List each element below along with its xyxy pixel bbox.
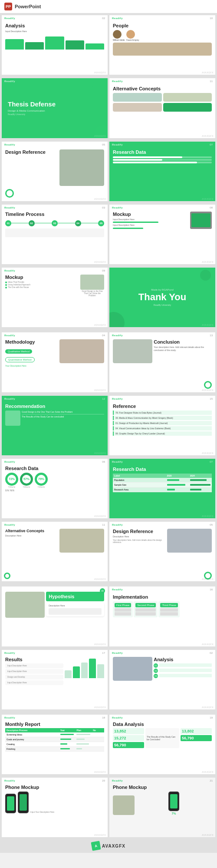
slide-brand-17: Readify	[4, 523, 15, 526]
step-3: 03	[52, 220, 58, 226]
mr-r2-c2	[59, 737, 76, 742]
slide-monthly-report: Readify 18 Monthly Report Description Pr…	[2, 715, 108, 774]
mr-r1-c3	[75, 732, 92, 737]
footer-watermark-bar: A AVAXGFX	[0, 839, 217, 853]
donut-row: 72% Category 57% Category 79% Category	[5, 473, 104, 488]
powerpoint-icon: PP	[4, 3, 12, 10]
slide-brand-22: Readify	[112, 652, 123, 654]
da-stat-4: 13,802	[181, 728, 212, 734]
slide-num-26: 21	[210, 779, 213, 782]
rb-1	[65, 670, 72, 678]
donut-label-1: Category	[5, 486, 18, 488]
num-3: 03	[154, 674, 158, 678]
result-item-1: Input Description Here	[5, 663, 63, 668]
bullet-2	[5, 284, 7, 286]
result-item-3: Design and Develop	[5, 675, 63, 679]
slide-num-11: 04	[102, 334, 105, 337]
point-3: The One with the House	[5, 286, 79, 288]
slide-brand-7: Readify	[4, 206, 15, 209]
slide-num-5: 05	[102, 143, 105, 146]
design-ref-img	[59, 149, 104, 186]
mr-r3-c4	[92, 742, 104, 746]
slide-row-4: Readify 03 Timeline Process 01 02 03 04 …	[0, 203, 217, 266]
results-content: Results Input Description Here Input Des…	[5, 657, 104, 686]
bullet-3	[5, 287, 7, 288]
slide-num-17: 11	[102, 523, 105, 526]
slide-methodology: Readify 04 Methodology Qualitative Metho…	[2, 332, 108, 392]
deco-circle-2	[92, 80, 101, 89]
mr-th-3: Plan	[75, 728, 92, 732]
impl-col-2: Second Phase	[134, 601, 158, 617]
mr-th-4: No	[92, 728, 104, 732]
conclusion-img	[113, 339, 152, 363]
slide-title-mr: Monthly Report	[5, 722, 104, 727]
slide-num-13: 12	[102, 398, 105, 400]
slide-data-analysis: Readify 19 Data Analysis 13,852 15,272 5…	[109, 715, 215, 774]
slide-row-10: 08 Hypothesis Description Here AVAXGFX R…	[0, 585, 217, 648]
phone-screen-1	[7, 796, 14, 811]
impl-item-1b	[115, 612, 131, 616]
ty-university: Readify University	[154, 304, 171, 306]
phone-mockup-3	[168, 792, 179, 811]
ref-5: 06. Graphic Design Tips by Cheryl Lander…	[113, 431, 212, 436]
slide-reference: Readify 15 Reference 79. Five Designer R…	[109, 396, 215, 455]
slide-num-19: 08	[100, 588, 105, 593]
mr-r4-c1: Finishing	[5, 746, 59, 751]
num-2: 02	[154, 669, 158, 673]
bar-3	[45, 36, 64, 50]
slide-brand-14: Readify	[112, 398, 123, 400]
mr-r1-c2	[59, 732, 76, 737]
point-text-3: The One with the House	[8, 286, 29, 288]
phone-mockup-1	[5, 794, 16, 813]
watermark-26: AVAXGFX	[202, 834, 214, 836]
tl-line-4	[81, 223, 99, 223]
rb-5	[97, 664, 104, 678]
people-image	[113, 43, 212, 56]
slide-implementation: Readify 16 Implementation First Phase Se…	[109, 586, 215, 646]
phone1-text: Input Your Description Here	[30, 811, 104, 813]
rbar-3	[113, 162, 197, 163]
slide-title-method: Methodology	[5, 339, 58, 345]
impl-content: Implementation First Phase Second Phase …	[113, 594, 212, 617]
watermark-22: AVAXGFX	[202, 706, 214, 709]
rbar-2	[113, 159, 162, 161]
ref-3: 01. Design of Production by Alberto Medc…	[113, 421, 212, 425]
slide-row-6: Readify 04 Methodology Qualitative Metho…	[0, 331, 217, 394]
analysis2-content: Analysis 01 02 03	[113, 657, 212, 681]
person-2: Fauce Emprey	[126, 30, 139, 41]
point-text-1: Ideas That Provide	[8, 281, 24, 283]
step-5: 05	[98, 220, 104, 226]
mr-r3-c2	[59, 742, 76, 746]
ty-circle-1	[109, 312, 125, 327]
dref-img	[167, 529, 212, 553]
results-text: Results Input Description Here Input Des…	[5, 657, 63, 686]
phone1-content: Phone Mockup Input Your Description Here	[5, 785, 104, 813]
ref-list: 79. Five Designer Rules to Data Bytes (J…	[113, 411, 212, 436]
da-stat-2: 15,272	[113, 735, 144, 741]
point-1: Ideas That Provide	[5, 281, 79, 283]
rbar-bg-2	[113, 159, 212, 161]
result-item-4: Input Description Here	[5, 680, 63, 685]
tr3-label: Research Area	[113, 487, 166, 492]
laptop-screen	[80, 275, 104, 290]
ref-content: Reference 79. Five Designer Rules to Dat…	[113, 404, 212, 436]
watermark-23: AVAXGFX	[94, 771, 106, 773]
slide-mockup-1: Readify 08 Mockup Input Description Here…	[109, 205, 215, 264]
slide-row-12: Readify 18 Monthly Report Description Pr…	[0, 713, 217, 776]
phone2-right: 7%	[136, 792, 212, 815]
impl-cols: First Phase Second Phase Third Phase	[113, 601, 212, 617]
da-stat-1: 13,852	[113, 728, 144, 734]
slide-title-mockup-2: Mockup	[5, 275, 79, 280]
dref-content: Design Reference Description Here Your d…	[113, 529, 212, 553]
rbar-1	[113, 156, 182, 158]
watermark-17: AVAXGFX	[94, 578, 106, 580]
design-ref-circle	[5, 189, 14, 198]
slide-row-11: Readify 17 Results Input Description Her…	[0, 648, 217, 711]
impl-item-3b	[160, 612, 178, 616]
watermark-13: AVAXGFX	[94, 452, 106, 454]
method-desc: Your Description Here	[5, 364, 58, 367]
research-table: Label 2020 2024 Population	[113, 474, 212, 492]
step-2: 02	[29, 220, 35, 226]
slide-brand-18: Readify	[112, 523, 123, 526]
slide-title-dref2: Design Reference	[113, 529, 166, 534]
